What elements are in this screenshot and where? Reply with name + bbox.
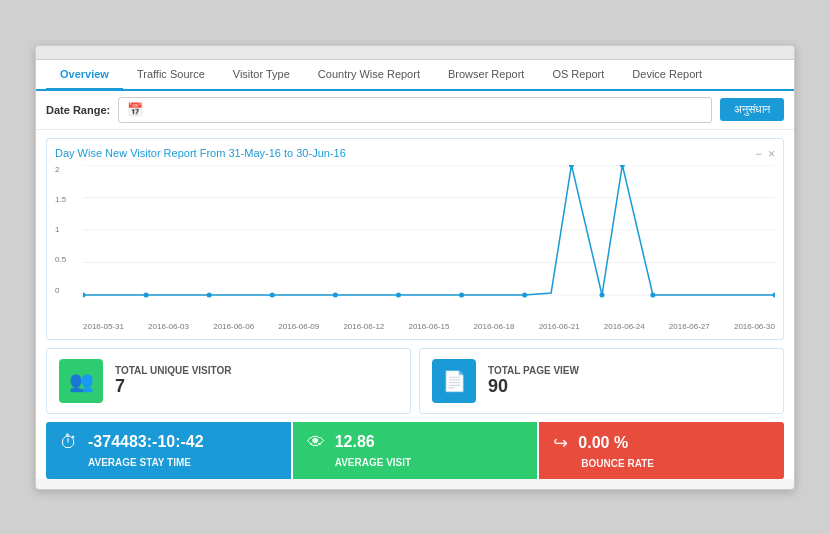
unique-visitor-value: 7 xyxy=(115,376,232,397)
chart-section: Day Wise New Visitor Report From 31-May-… xyxy=(46,138,784,340)
tab-overview[interactable]: Overview xyxy=(46,60,123,91)
chart-svg xyxy=(83,165,775,305)
eye-icon: 👁 xyxy=(307,432,325,453)
svg-point-6 xyxy=(144,292,149,297)
tab-country[interactable]: Country Wise Report xyxy=(304,60,434,88)
avg-stay-value: -374483:-10:-42 xyxy=(88,433,204,451)
avg-visit-value: 12.86 xyxy=(335,433,375,451)
metric-avg-visit-top: 👁 12.86 xyxy=(307,432,524,453)
svg-point-17 xyxy=(772,292,775,297)
x-axis-labels: 2016-05-31 2016-06-03 2016-06-06 2016-06… xyxy=(55,322,775,331)
svg-point-16 xyxy=(650,292,655,297)
metric-avg-stay: ⏱ -374483:-10:-42 Average Stay Time xyxy=(46,422,291,479)
calendar-icon: 📅 xyxy=(127,102,143,117)
svg-point-7 xyxy=(207,292,212,297)
svg-point-8 xyxy=(270,292,275,297)
chart-close[interactable]: × xyxy=(768,147,775,161)
page-view-value: 90 xyxy=(488,376,579,397)
date-range-row: Date Range: 📅 अनुसंधान xyxy=(36,91,794,130)
page-view-info: TOTAL PAGE VIEW 90 xyxy=(488,365,579,397)
metric-avg-visit: 👁 12.86 Average Visit xyxy=(293,422,538,479)
metric-bounce-rate: ↪ 0.00 % Bounce Rate xyxy=(539,422,784,479)
date-range-label: Date Range: xyxy=(46,104,110,116)
page-view-icon-box: 📄 xyxy=(432,359,476,403)
chart-minimize[interactable]: − xyxy=(755,147,762,161)
chart-controls: − × xyxy=(755,147,775,161)
svg-point-12 xyxy=(522,292,527,297)
svg-point-14 xyxy=(599,292,604,297)
metric-avg-stay-top: ⏱ -374483:-10:-42 xyxy=(60,432,277,453)
browser-bar xyxy=(36,46,794,60)
svg-point-5 xyxy=(83,292,86,297)
browser-window: Overview Traffic Source Visitor Type Cou… xyxy=(35,45,795,490)
svg-point-15 xyxy=(620,165,625,168)
unique-visitor-info: TOTAL UNIQUE VISITOR 7 xyxy=(115,365,232,397)
document-icon: 📄 xyxy=(442,369,467,393)
tab-visitor-type[interactable]: Visitor Type xyxy=(219,60,304,88)
stat-card-unique-visitor: 👥 TOTAL UNIQUE VISITOR 7 xyxy=(46,348,411,414)
clock-icon: ⏱ xyxy=(60,432,78,453)
date-input[interactable]: 📅 xyxy=(118,97,712,123)
svg-point-13 xyxy=(569,165,574,168)
bounce-rate-value: 0.00 % xyxy=(578,434,628,452)
svg-point-11 xyxy=(459,292,464,297)
y-axis: 0 0.5 1 1.5 2 xyxy=(55,165,66,295)
metric-bounce-top: ↪ 0.00 % xyxy=(553,432,770,454)
chart-title: Day Wise New Visitor Report From 31-May-… xyxy=(55,147,775,159)
unique-visitor-label: TOTAL UNIQUE VISITOR xyxy=(115,365,232,376)
svg-point-10 xyxy=(396,292,401,297)
tab-traffic-source[interactable]: Traffic Source xyxy=(123,60,219,88)
bounce-rate-label: Bounce Rate xyxy=(553,458,654,469)
bounce-icon: ↪ xyxy=(553,432,568,454)
tab-os[interactable]: OS Report xyxy=(538,60,618,88)
avg-stay-label: Average Stay Time xyxy=(60,457,191,468)
people-icon: 👥 xyxy=(69,369,94,393)
avg-visit-label: Average Visit xyxy=(307,457,412,468)
chart-area: 0 0.5 1 1.5 2 xyxy=(55,165,775,320)
stat-card-page-view: 📄 TOTAL PAGE VIEW 90 xyxy=(419,348,784,414)
svg-point-9 xyxy=(333,292,338,297)
stats-row: 👥 TOTAL UNIQUE VISITOR 7 📄 TOTAL PAGE VI… xyxy=(46,348,784,414)
search-button[interactable]: अनुसंधान xyxy=(720,98,784,121)
main-content: Overview Traffic Source Visitor Type Cou… xyxy=(36,60,794,479)
metrics-row: ⏱ -374483:-10:-42 Average Stay Time 👁 12… xyxy=(46,422,784,479)
unique-visitor-icon-box: 👥 xyxy=(59,359,103,403)
page-view-label: TOTAL PAGE VIEW xyxy=(488,365,579,376)
tab-device[interactable]: Device Report xyxy=(618,60,716,88)
tab-browser[interactable]: Browser Report xyxy=(434,60,538,88)
tabs-row: Overview Traffic Source Visitor Type Cou… xyxy=(36,60,794,91)
